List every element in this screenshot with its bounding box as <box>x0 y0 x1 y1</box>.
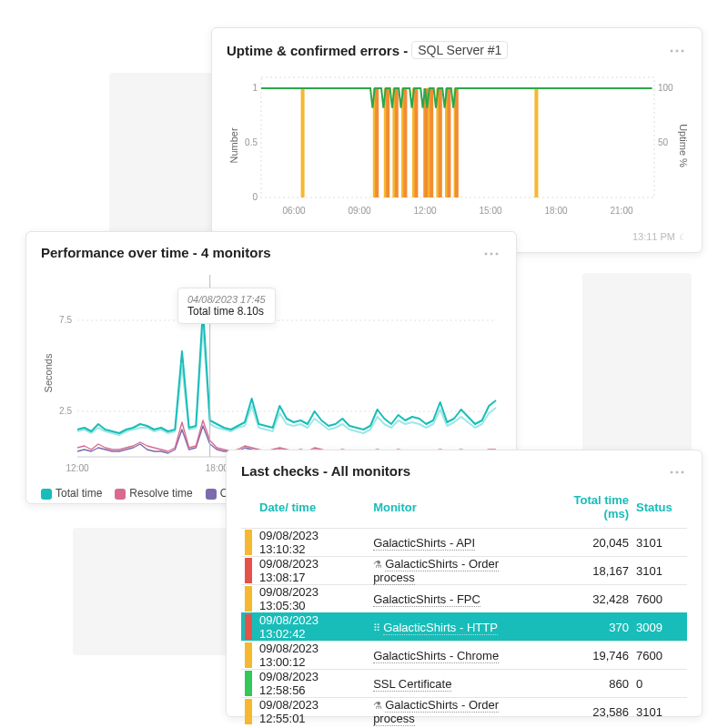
cell-status: 7600 <box>632 585 687 613</box>
cell-total: 23,586 <box>544 698 632 726</box>
svg-rect-35 <box>455 88 459 197</box>
moon-icon: ☾ <box>679 232 687 242</box>
monitor-name: GalacticShirts - HTTP <box>383 621 498 635</box>
cell-monitor: ⚗GalacticShirts - Order process <box>369 557 543 585</box>
monitor-name: GalacticShirts - Order process <box>373 698 499 726</box>
monitor-name: SSL Certificate <box>373 677 451 692</box>
svg-rect-30 <box>414 88 418 197</box>
monitor-name: GalacticShirts - Order process <box>373 557 499 585</box>
monitor-name: GalacticShirts - FPC <box>373 592 480 607</box>
legend-swatch <box>206 489 217 500</box>
cell-monitor: GalacticShirts - API <box>369 529 543 557</box>
cell-status: 0 <box>632 670 687 698</box>
svg-text:1: 1 <box>252 83 258 93</box>
status-color-chip <box>245 586 252 612</box>
svg-rect-34 <box>447 88 450 197</box>
status-color-chip <box>245 699 252 724</box>
table-row[interactable]: 09/08/2023 13:10:32GalacticShirts - API2… <box>241 529 687 557</box>
legend-label: Resolve time <box>129 487 192 500</box>
status-color-chip <box>245 558 252 583</box>
table-row[interactable]: 09/08/2023 13:08:17⚗GalacticShirts - Ord… <box>241 557 687 585</box>
grid-icon: ⠿ <box>373 622 380 633</box>
cell-datetime: 09/08/2023 12:58:56 <box>256 670 369 698</box>
svg-rect-29 <box>403 88 407 197</box>
table-row[interactable]: 09/08/2023 13:00:12GalacticShirts - Chro… <box>241 642 687 670</box>
cell-total: 19,746 <box>544 642 632 670</box>
cell-status: 3101 <box>632 557 687 585</box>
cell-status: 3009 <box>632 613 687 642</box>
svg-text:Seconds: Seconds <box>43 353 54 392</box>
cell-total: 860 <box>544 670 632 698</box>
legend-swatch <box>115 489 126 500</box>
status-color-chip <box>245 614 252 640</box>
card-header: Uptime & confirmed errors - SQL Server #… <box>227 41 687 59</box>
svg-rect-25 <box>534 88 538 197</box>
svg-rect-33 <box>439 88 442 197</box>
card-title: Uptime & confirmed errors - <box>227 43 408 58</box>
cell-datetime: 09/08/2023 13:08:17 <box>256 557 369 585</box>
svg-text:50: 50 <box>658 137 669 147</box>
svg-text:7.5: 7.5 <box>59 315 72 325</box>
tooltip-value: Total time 8.10s <box>187 305 266 318</box>
svg-text:06:00: 06:00 <box>282 206 305 216</box>
cell-total: 370 <box>544 613 632 642</box>
cell-status: 3101 <box>632 698 687 726</box>
table-row[interactable]: 09/08/2023 12:55:01⚗GalacticShirts - Ord… <box>241 698 687 726</box>
tooltip-date: 04/08/2023 17:45 <box>187 294 266 305</box>
table-row[interactable]: 09/08/2023 12:58:56SSL Certificate8600 <box>241 670 687 698</box>
monitor-name: GalacticShirts - Chrome <box>373 649 499 663</box>
uptime-chart: 00.515010006:0009:0012:0015:0018:0021:00… <box>227 68 689 223</box>
svg-rect-26 <box>375 88 379 197</box>
flask-icon: ⚗ <box>373 700 382 711</box>
cell-monitor: GalacticShirts - Chrome <box>369 642 543 670</box>
more-icon[interactable]: ⋯ <box>669 467 687 476</box>
cell-total: 20,045 <box>544 529 632 557</box>
svg-text:21:00: 21:00 <box>610 206 632 216</box>
col-datetime[interactable]: Date/ time <box>256 488 369 529</box>
svg-rect-28 <box>395 88 399 197</box>
cell-monitor: GalacticShirts - FPC <box>369 585 543 613</box>
card-title: Performance over time - 4 monitors <box>41 245 271 260</box>
svg-text:12:00: 12:00 <box>66 463 88 473</box>
svg-text:2.5: 2.5 <box>59 406 72 416</box>
status-color-chip <box>245 642 252 668</box>
svg-text:100: 100 <box>658 83 673 93</box>
legend-label: Total time <box>56 487 102 500</box>
table-row[interactable]: 09/08/2023 13:05:30GalacticShirts - FPC3… <box>241 585 687 613</box>
status-color-chip <box>245 671 252 696</box>
cell-datetime: 09/08/2023 12:55:01 <box>256 698 369 726</box>
cell-status: 3101 <box>632 529 687 557</box>
svg-text:Uptime %: Uptime % <box>678 124 689 167</box>
svg-text:0: 0 <box>252 192 258 202</box>
legend-item[interactable]: Total time <box>41 487 102 500</box>
svg-rect-32 <box>430 88 433 197</box>
svg-rect-14 <box>301 88 305 197</box>
uptime-errors-card: Uptime & confirmed errors - SQL Server #… <box>211 27 703 253</box>
monitor-pill[interactable]: SQL Server #1 <box>411 41 508 59</box>
more-icon[interactable]: ⋯ <box>669 46 687 55</box>
svg-rect-27 <box>386 88 389 197</box>
card-header: Performance over time - 4 monitors ⋯ <box>41 245 501 260</box>
svg-text:Number: Number <box>228 127 239 163</box>
svg-text:15:00: 15:00 <box>479 206 501 216</box>
cell-datetime: 09/08/2023 13:00:12 <box>256 642 369 670</box>
cell-monitor: SSL Certificate <box>369 670 543 698</box>
svg-text:18:00: 18:00 <box>544 206 567 216</box>
col-status[interactable]: Status <box>632 488 687 529</box>
chart-tooltip: 04/08/2023 17:45 Total time 8.10s <box>177 288 276 324</box>
col-monitor[interactable]: Monitor <box>369 488 543 529</box>
last-checks-card: Last checks - All monitors ⋯ Date/ time … <box>226 450 703 717</box>
cell-monitor: ⠿GalacticShirts - HTTP <box>369 613 543 642</box>
table-row[interactable]: 09/08/2023 13:02:42⠿GalacticShirts - HTT… <box>241 613 687 642</box>
legend-item[interactable]: Resolve time <box>115 487 192 500</box>
legend-swatch <box>41 489 52 500</box>
cell-datetime: 09/08/2023 13:02:42 <box>256 613 369 642</box>
more-icon[interactable]: ⋯ <box>483 248 501 258</box>
col-total[interactable]: Total time (ms) <box>544 488 632 529</box>
cell-total: 32,428 <box>544 585 632 613</box>
monitor-name: GalacticShirts - API <box>373 536 475 551</box>
cell-total: 18,167 <box>544 557 632 585</box>
checks-table: Date/ time Monitor Total time (ms) Statu… <box>241 488 687 725</box>
flask-icon: ⚗ <box>373 559 382 570</box>
card-header: Last checks - All monitors ⋯ <box>241 463 687 479</box>
